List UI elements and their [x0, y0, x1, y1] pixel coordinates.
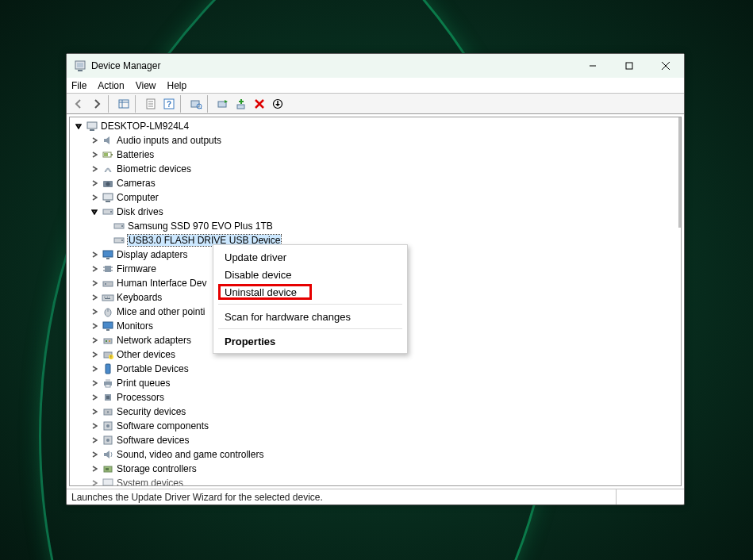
ctx-disable-device[interactable]: Disable device — [213, 266, 407, 283]
svg-rect-1 — [77, 63, 83, 67]
close-button[interactable] — [647, 54, 684, 78]
tree-item[interactable]: Software devices — [70, 433, 681, 447]
tree-item[interactable]: Sound, video and game controllers — [70, 447, 681, 462]
chevron-down-icon[interactable] — [89, 206, 100, 217]
svg-rect-56 — [104, 339, 112, 343]
disk-icon — [102, 205, 114, 218]
tree-item-disk-child[interactable]: Samsung SSD 970 EVO Plus 1TB — [70, 219, 681, 233]
update-driver-button[interactable] — [214, 95, 232, 113]
tree-item[interactable]: Portable Devices — [70, 362, 681, 376]
chevron-right-icon[interactable] — [89, 278, 100, 289]
svg-rect-65 — [106, 385, 110, 387]
chevron-right-icon[interactable] — [89, 363, 100, 374]
tree-item[interactable]: Cameras — [70, 176, 681, 190]
app-icon — [74, 59, 86, 72]
uninstall-button[interactable] — [251, 95, 268, 113]
chevron-right-icon[interactable] — [89, 335, 100, 346]
menu-help[interactable]: Help — [167, 80, 187, 91]
security-icon — [102, 405, 114, 418]
tree-item[interactable]: Security devices — [70, 405, 681, 419]
svg-rect-57 — [106, 340, 107, 342]
tree-root[interactable]: DESKTOP-LM924L4 — [70, 119, 681, 133]
chevron-right-icon[interactable] — [89, 135, 100, 146]
monitor-icon — [102, 320, 114, 332]
chevron-right-icon[interactable] — [89, 306, 100, 317]
chevron-right-icon[interactable] — [89, 292, 100, 303]
svg-rect-7 — [119, 100, 129, 108]
svg-point-36 — [121, 240, 123, 241]
chevron-right-icon[interactable] — [89, 163, 100, 175]
properties-button[interactable] — [142, 95, 159, 113]
ctx-scan-hardware[interactable]: Scan for hardware changes — [213, 308, 407, 325]
printer-icon — [102, 377, 114, 389]
warning-icon: ! — [102, 348, 114, 361]
ctx-update-driver[interactable]: Update driver — [213, 248, 407, 266]
computer-icon — [102, 191, 114, 204]
tree-item[interactable]: System devices — [70, 476, 681, 485]
system-icon — [102, 477, 114, 485]
statusbar: Launches the Update Driver Wizard for th… — [67, 489, 684, 504]
camera-icon — [102, 177, 114, 190]
tree-item[interactable]: Biometric devices — [70, 162, 681, 176]
menu-file[interactable]: File — [71, 80, 86, 91]
svg-rect-58 — [109, 340, 110, 342]
ctx-uninstall-device[interactable]: Uninstall device — [213, 283, 407, 301]
svg-rect-45 — [105, 283, 106, 285]
chevron-right-icon[interactable] — [89, 320, 100, 332]
disable-button[interactable] — [269, 95, 286, 113]
help-button[interactable]: ? — [160, 95, 178, 113]
back-button[interactable] — [70, 95, 87, 113]
show-hide-button[interactable] — [115, 95, 133, 113]
disk-icon — [113, 220, 125, 232]
tree-root-label: DESKTOP-LM924L4 — [101, 121, 189, 132]
tree-item[interactable]: Batteries — [70, 148, 681, 162]
chevron-right-icon[interactable] — [89, 420, 100, 432]
chevron-right-icon[interactable] — [89, 192, 100, 203]
chevron-down-icon[interactable] — [73, 121, 84, 132]
chevron-right-icon[interactable] — [89, 378, 100, 389]
hid-icon — [102, 277, 114, 290]
scrollbar[interactable] — [671, 117, 681, 485]
chevron-right-icon[interactable] — [89, 263, 100, 274]
svg-rect-39 — [105, 266, 111, 272]
chevron-right-icon[interactable] — [89, 249, 100, 260]
software-icon — [102, 420, 114, 432]
svg-rect-20 — [237, 105, 244, 109]
chevron-right-icon[interactable] — [89, 406, 100, 417]
chevron-right-icon[interactable] — [89, 449, 100, 460]
window-title: Device Manager — [91, 60, 160, 71]
svg-rect-38 — [106, 258, 109, 259]
chevron-right-icon[interactable] — [89, 478, 100, 485]
titlebar[interactable]: Device Manager — [67, 54, 684, 78]
minimize-button[interactable] — [574, 54, 611, 78]
tree-item[interactable]: Audio inputs and outputs — [70, 133, 681, 148]
svg-rect-37 — [103, 251, 113, 257]
svg-point-34 — [121, 225, 123, 227]
svg-rect-25 — [111, 154, 113, 155]
tree-item[interactable]: Storage controllers — [70, 462, 681, 476]
tree-item[interactable]: Print queues — [70, 376, 681, 390]
chevron-right-icon[interactable] — [89, 392, 100, 403]
chevron-right-icon[interactable] — [89, 435, 100, 446]
chevron-right-icon[interactable] — [89, 149, 100, 160]
menu-view[interactable]: View — [136, 80, 156, 91]
forward-button[interactable] — [88, 95, 106, 113]
chevron-right-icon[interactable] — [89, 349, 100, 360]
svg-rect-44 — [103, 282, 113, 286]
chevron-right-icon[interactable] — [89, 178, 100, 189]
audio-icon — [102, 134, 114, 147]
svg-rect-64 — [106, 379, 110, 382]
menu-action[interactable]: Action — [98, 80, 124, 91]
maximize-button[interactable] — [611, 54, 647, 78]
scan-hardware-button[interactable] — [187, 95, 205, 113]
toolbar: ? — [67, 94, 684, 114]
svg-rect-30 — [106, 201, 110, 202]
tree-item[interactable]: Processors — [70, 390, 681, 405]
tree-item-disk-drives[interactable]: Disk drives — [70, 205, 681, 219]
chevron-right-icon[interactable] — [89, 463, 100, 474]
ctx-properties[interactable]: Properties — [213, 332, 407, 350]
add-legacy-button[interactable] — [232, 95, 250, 113]
tree-item[interactable]: Software components — [70, 419, 681, 433]
tree-item[interactable]: Computer — [70, 190, 681, 205]
svg-rect-46 — [102, 295, 113, 301]
